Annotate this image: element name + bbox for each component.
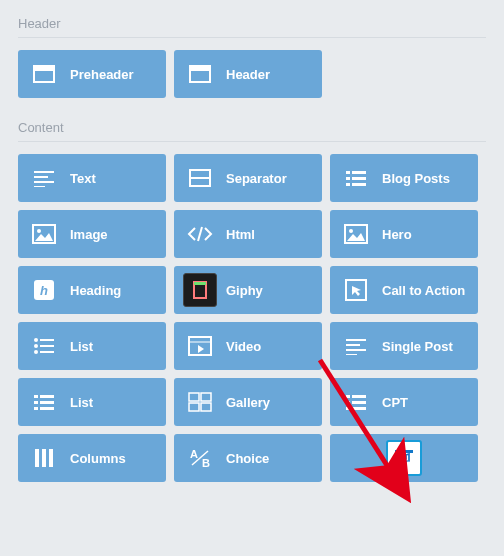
svg-point-30 xyxy=(34,350,38,354)
svg-rect-43 xyxy=(34,407,38,410)
svg-point-17 xyxy=(37,229,41,233)
event-tile[interactable] xyxy=(330,434,478,482)
svg-rect-29 xyxy=(40,345,54,347)
preheader-tile[interactable]: Preheader xyxy=(18,50,166,98)
content-grid: Text Separator Blog Posts Image Html Her… xyxy=(18,154,486,482)
svg-rect-14 xyxy=(346,183,350,186)
header-label: Header xyxy=(226,67,322,82)
single-post-tile[interactable]: Single Post xyxy=(330,322,478,370)
svg-rect-47 xyxy=(189,403,199,411)
image-icon xyxy=(18,224,70,244)
separator-label: Separator xyxy=(226,171,322,186)
svg-text:h: h xyxy=(40,283,48,298)
svg-point-26 xyxy=(34,338,38,342)
header-grid: Preheader Header xyxy=(18,50,486,98)
gallery-tile[interactable]: Gallery xyxy=(174,378,322,426)
hero-label: Hero xyxy=(382,227,478,242)
svg-rect-42 xyxy=(40,401,54,404)
svg-point-28 xyxy=(34,344,38,348)
svg-rect-53 xyxy=(346,407,350,410)
columns-icon xyxy=(18,448,70,468)
svg-rect-46 xyxy=(201,393,211,401)
window-icon xyxy=(174,65,226,83)
svg-rect-50 xyxy=(352,395,366,398)
cursor-box-icon xyxy=(330,279,382,301)
blog-posts-tile[interactable]: Blog Posts xyxy=(330,154,478,202)
image-label: Image xyxy=(70,227,166,242)
html-tile[interactable]: Html xyxy=(174,210,322,258)
content-section-title: Content xyxy=(18,120,486,135)
gallery-label: Gallery xyxy=(226,395,322,410)
svg-rect-32 xyxy=(189,337,211,355)
giphy-icon xyxy=(174,273,226,307)
h-box-icon: h xyxy=(18,279,70,301)
heading-tile[interactable]: h Heading xyxy=(18,266,166,314)
heading-label: Heading xyxy=(70,283,166,298)
list-icon xyxy=(18,337,70,355)
text-tile[interactable]: Text xyxy=(18,154,166,202)
giphy-tile[interactable]: Giphy xyxy=(174,266,322,314)
svg-rect-56 xyxy=(42,449,46,467)
svg-rect-13 xyxy=(352,177,366,180)
svg-rect-48 xyxy=(201,403,211,411)
separator-tile[interactable]: Separator xyxy=(174,154,322,202)
svg-text:B: B xyxy=(202,457,210,469)
cta-label: Call to Action xyxy=(382,283,478,298)
svg-rect-3 xyxy=(190,66,210,71)
html-label: Html xyxy=(226,227,322,242)
svg-point-20 xyxy=(349,229,353,233)
svg-rect-24 xyxy=(194,282,206,285)
svg-rect-45 xyxy=(189,393,199,401)
image-tile[interactable]: Image xyxy=(18,210,166,258)
video-icon xyxy=(174,336,226,356)
columns-tile[interactable]: Columns xyxy=(18,434,166,482)
svg-rect-11 xyxy=(352,171,366,174)
list-thick-icon xyxy=(330,393,382,411)
svg-rect-55 xyxy=(35,449,39,467)
svg-rect-27 xyxy=(40,339,54,341)
image-icon xyxy=(330,224,382,244)
svg-rect-49 xyxy=(346,395,350,398)
list-label: List xyxy=(70,339,166,354)
event-icon xyxy=(330,440,478,476)
header-section-title: Header xyxy=(18,16,486,31)
hero-tile[interactable]: Hero xyxy=(330,210,478,258)
svg-rect-39 xyxy=(34,395,38,398)
content-divider xyxy=(18,141,486,142)
video-label: Video xyxy=(226,339,322,354)
header-divider xyxy=(18,37,486,38)
svg-rect-41 xyxy=(34,401,38,404)
choice-label: Choice xyxy=(226,451,322,466)
svg-text:A: A xyxy=(190,448,198,460)
list2-tile[interactable]: List xyxy=(18,378,166,426)
svg-rect-52 xyxy=(352,401,366,404)
blog-posts-label: Blog Posts xyxy=(382,171,478,186)
list-thick-icon xyxy=(330,169,382,187)
list2-label: List xyxy=(70,395,166,410)
align-left-icon xyxy=(330,337,382,355)
cpt-tile[interactable]: CPT xyxy=(330,378,478,426)
list-tile[interactable]: List xyxy=(18,322,166,370)
choice-tile[interactable]: AB Choice xyxy=(174,434,322,482)
svg-line-18 xyxy=(198,227,202,241)
columns-label: Columns xyxy=(70,451,166,466)
svg-rect-54 xyxy=(352,407,366,410)
list-thick-icon xyxy=(18,393,70,411)
ab-icon: AB xyxy=(174,447,226,469)
svg-rect-40 xyxy=(40,395,54,398)
header-tile[interactable]: Header xyxy=(174,50,322,98)
svg-rect-12 xyxy=(346,177,350,180)
giphy-label: Giphy xyxy=(226,283,322,298)
code-icon xyxy=(174,225,226,243)
gallery-icon xyxy=(174,392,226,412)
window-icon xyxy=(174,169,226,187)
cta-tile[interactable]: Call to Action xyxy=(330,266,478,314)
preheader-label: Preheader xyxy=(70,67,166,82)
svg-marker-34 xyxy=(198,345,204,353)
svg-rect-31 xyxy=(40,351,54,353)
single-post-label: Single Post xyxy=(382,339,478,354)
video-tile[interactable]: Video xyxy=(174,322,322,370)
svg-rect-10 xyxy=(346,171,350,174)
svg-rect-15 xyxy=(352,183,366,186)
svg-rect-1 xyxy=(34,66,54,71)
